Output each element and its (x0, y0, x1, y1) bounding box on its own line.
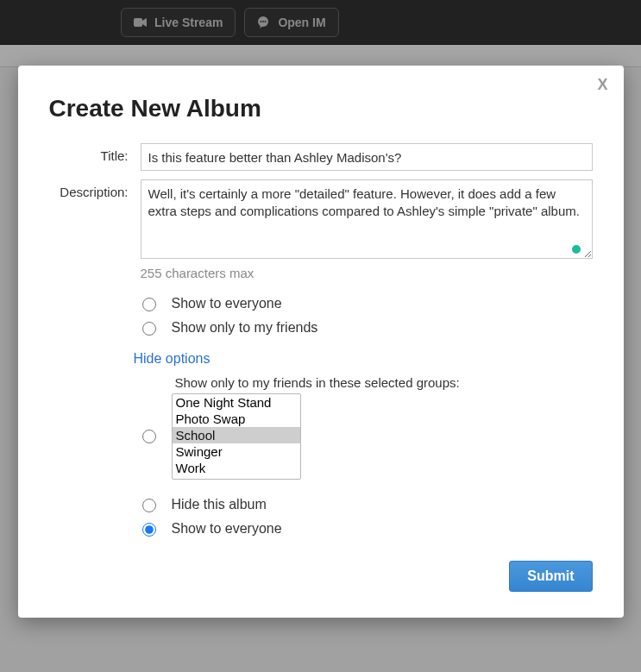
option-hide-album[interactable]: Hide this album (141, 497, 593, 512)
visibility-options: Show to everyone Show only to my friends… (141, 296, 593, 537)
title-label: Title: (49, 143, 141, 163)
title-input[interactable] (141, 143, 593, 171)
option-show-everyone-2[interactable]: Show to everyone (141, 521, 593, 537)
hide-options-link[interactable]: Hide options (134, 351, 211, 367)
submit-button[interactable]: Submit (509, 561, 592, 592)
option-label: Show to everyone (172, 521, 282, 537)
groups-option[interactable]: Swinger (173, 443, 300, 460)
groups-option[interactable]: School (173, 427, 300, 443)
radio-hide-album[interactable] (142, 499, 156, 512)
option-label: Show to everyone (172, 296, 282, 311)
description-hint: 255 characters max (141, 266, 593, 280)
title-row: Title: (49, 143, 593, 171)
create-album-modal: X Create New Album Title: Description: 2… (18, 66, 624, 618)
modal-overlay: X Create New Album Title: Description: 2… (0, 0, 641, 672)
option-label: Hide this album (172, 497, 267, 512)
groups-option[interactable]: Photo Swap (173, 411, 300, 427)
description-row: Description: 255 characters max (49, 179, 593, 280)
option-show-everyone-1[interactable]: Show to everyone (141, 296, 593, 311)
groups-option[interactable]: One Night Stand (173, 394, 300, 411)
radio-show-everyone-1[interactable] (142, 298, 156, 311)
groups-select[interactable]: One Night StandPhoto SwapSchoolSwingerWo… (172, 393, 301, 480)
groups-caption: Show only to my friends in these selecte… (175, 375, 593, 390)
option-show-friends[interactable]: Show only to my friends (141, 320, 593, 336)
radio-groups[interactable] (142, 430, 156, 443)
description-textarea[interactable] (141, 179, 593, 259)
close-button[interactable]: X (597, 76, 607, 94)
modal-actions: Submit (49, 561, 593, 592)
radio-show-everyone-2[interactable] (142, 523, 156, 537)
groups-option[interactable]: Work (173, 460, 300, 476)
radio-show-friends[interactable] (142, 322, 156, 336)
modal-heading: Create New Album (49, 95, 593, 122)
groups-block: Show only to my friends in these selecte… (141, 375, 593, 480)
option-label: Show only to my friends (172, 320, 318, 336)
description-label: Description: (49, 179, 141, 199)
